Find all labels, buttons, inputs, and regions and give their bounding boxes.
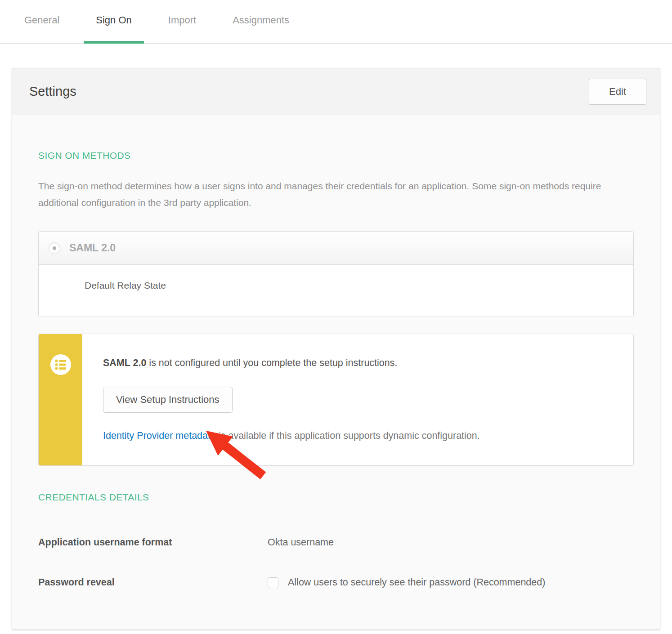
page-title: Settings <box>29 84 76 99</box>
identity-provider-metadata-link[interactable]: Identity Provider metadata <box>103 430 216 441</box>
password-reveal-checkbox-label: Allow users to securely see their passwo… <box>288 577 545 588</box>
warning-yellow-strip <box>39 334 82 465</box>
warning-text: SAML 2.0 is not configured until you com… <box>103 357 615 369</box>
default-relay-state-label: Default Relay State <box>85 280 166 290</box>
warning-content: SAML 2.0 is not configured until you com… <box>82 334 633 465</box>
settings-panel: Settings Edit SIGN ON METHODS The sign-o… <box>12 68 660 630</box>
saml-radio-button[interactable] <box>49 242 60 254</box>
view-setup-instructions-button[interactable]: View Setup Instructions <box>103 387 233 413</box>
password-reveal-label: Password reveal <box>38 577 268 588</box>
idp-metadata-line-rest: is available if this application support… <box>216 430 480 441</box>
credentials-row-username-format: Application username format Okta usernam… <box>38 537 634 548</box>
credentials-details-heading: CREDENTIALS DETAILS <box>38 492 634 503</box>
saml-setup-warning-box: SAML 2.0 is not configured until you com… <box>38 334 634 466</box>
sign-on-methods-heading: SIGN ON METHODS <box>38 150 634 161</box>
warning-text-rest: is not configured until you complete the… <box>146 357 397 368</box>
sign-on-methods-description: The sign-on method determines how a user… <box>38 178 632 211</box>
warning-text-bold: SAML 2.0 <box>103 357 146 368</box>
tab-import[interactable]: Import <box>156 14 208 43</box>
application-username-format-value: Okta username <box>268 537 334 548</box>
saml-method-box: SAML 2.0 Default Relay State <box>38 231 634 317</box>
settings-panel-body: SIGN ON METHODS The sign-on method deter… <box>12 115 660 630</box>
setup-list-icon <box>50 354 71 375</box>
saml-method-box-body: Default Relay State <box>39 265 633 317</box>
saml-method-box-header: SAML 2.0 <box>39 232 633 265</box>
app-tab-bar: General Sign On Import Assignments <box>0 0 672 44</box>
credentials-row-password-reveal: Password reveal Allow users to securely … <box>38 577 634 588</box>
tab-general[interactable]: General <box>12 14 72 43</box>
edit-button[interactable]: Edit <box>589 79 646 105</box>
idp-metadata-line: Identity Provider metadata is available … <box>103 430 615 442</box>
application-username-format-label: Application username format <box>38 537 268 548</box>
tab-assignments[interactable]: Assignments <box>220 14 301 43</box>
tab-sign-on[interactable]: Sign On <box>84 14 144 43</box>
saml-radio-label: SAML 2.0 <box>69 242 116 254</box>
password-reveal-checkbox[interactable] <box>268 577 278 588</box>
settings-panel-header: Settings Edit <box>12 68 660 115</box>
